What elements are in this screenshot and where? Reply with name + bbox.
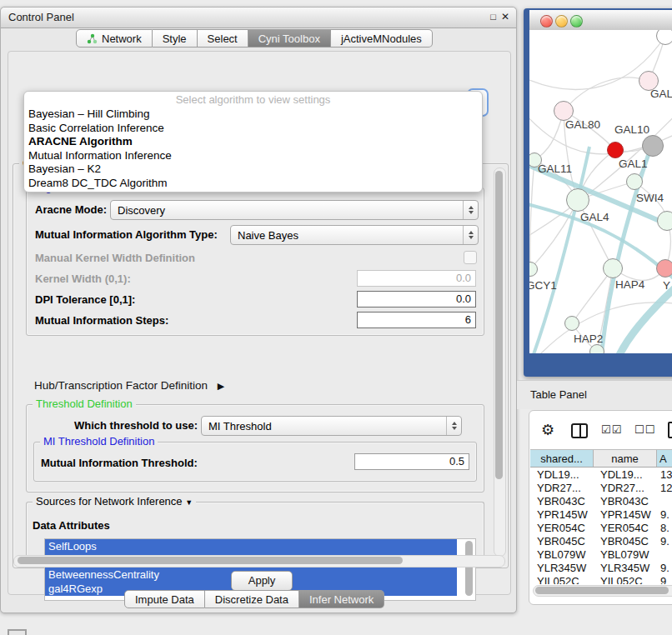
mi-algorithm-type-label: Mutual Information Algorithm Type: — [35, 228, 218, 241]
cyni-toolbox-panel: gal-filtered sif default node Select alg… — [8, 51, 511, 595]
table-row[interactable]: YIL052CYIL052C9 — [530, 575, 672, 584]
mi-threshold-definition-title: MI Threshold Definition — [40, 435, 158, 448]
network-view-window[interactable]: GAL GAL80 GAL10 GAL11 GAL1 SWI4 GAL4 GCY… — [524, 8, 672, 377]
settings-horizontal-scrollbar[interactable] — [13, 555, 505, 568]
algorithm-option[interactable]: Basic Correlation Inference — [24, 122, 482, 136]
network-node[interactable] — [656, 30, 672, 45]
network-node[interactable] — [626, 173, 643, 190]
network-node[interactable] — [589, 344, 604, 353]
table-row[interactable]: YLR345WYLR345W9. — [530, 562, 672, 575]
float-icon[interactable]: □ — [490, 12, 496, 22]
column-header-partial[interactable]: A — [657, 450, 672, 467]
network-node[interactable] — [657, 211, 672, 231]
network-node[interactable] — [656, 259, 672, 278]
table-panel-header: Table Panel — [517, 380, 672, 409]
table-row[interactable]: YBR043CYBR043C — [530, 495, 672, 508]
table-row[interactable]: YDL19...YDL19...13 — [530, 468, 672, 482]
node-label: HAP2 — [574, 332, 603, 345]
network-node[interactable] — [642, 135, 664, 157]
kernel-width-field[interactable]: 0.0 — [357, 270, 476, 287]
threshold-definition-title: Threshold Definition — [33, 398, 136, 410]
aracne-mode-combo[interactable]: Discovery — [110, 200, 479, 220]
table-row[interactable]: YBL079WYBL079W — [530, 548, 672, 562]
attribute-item-selected[interactable]: SelfLoops — [45, 539, 457, 553]
column-layout-icon[interactable] — [571, 423, 588, 438]
tab-network[interactable]: Network — [76, 29, 153, 48]
tab-discretize-data[interactable]: Discretize Data — [205, 590, 299, 608]
tab-select[interactable]: Select — [198, 29, 248, 48]
attributes-scrollbar[interactable] — [464, 541, 474, 597]
close-icon[interactable]: ✕ — [501, 11, 509, 22]
corner-widget[interactable] — [8, 629, 27, 635]
document-icon[interactable] — [668, 422, 672, 438]
column-header-shared-name[interactable]: shared... — [530, 450, 594, 467]
algorithm-dropdown-popup: Select algorithm to view settings Bayesi… — [23, 91, 483, 192]
tab-cyni-toolbox[interactable]: Cyni Toolbox — [248, 29, 331, 48]
algorithm-option[interactable]: Mutual Information Inference — [24, 149, 482, 163]
table-row[interactable]: YER054CYER054C8. — [530, 522, 672, 535]
network-icon — [87, 33, 98, 44]
control-panel-titlebar[interactable]: Control Panel □ ✕ — [1, 8, 516, 28]
mi-steps-field[interactable]: 6 — [357, 312, 476, 328]
hub-tf-definition-toggle[interactable]: Hub/Transcription Factor Definition ▶ — [34, 379, 224, 392]
tab-impute-data[interactable]: Impute Data — [124, 590, 205, 608]
table-header-row: shared... name A — [530, 449, 672, 468]
checked-boxes-icon[interactable]: ☑☑ — [601, 423, 622, 436]
node-table-window: ⚙ ☑☑ ☐☐ shared... name A YDL19...YDL19..… — [529, 410, 672, 605]
table-row[interactable]: YDR27...YDR27...12 — [530, 482, 672, 495]
node-label: Y — [663, 279, 670, 292]
table-panel-title: Table Panel — [530, 388, 587, 401]
sources-title[interactable]: Sources for Network Inference ▼ — [33, 495, 196, 508]
cyni-bottom-tabbar: Impute Data Discretize Data Infer Networ… — [124, 590, 384, 608]
node-label: SWI4 — [636, 192, 664, 204]
network-window-titlebar[interactable] — [529, 10, 672, 31]
algorithm-option[interactable]: Bayesian – Hill Climbing — [24, 108, 482, 122]
which-threshold-label: Which threshold to use: — [74, 419, 198, 432]
dpi-tolerance-field[interactable]: 0.0 — [357, 291, 476, 308]
combo-arrows-icon — [463, 201, 478, 219]
collapse-arrow-icon[interactable]: ▼ — [185, 498, 193, 507]
mi-threshold-field[interactable]: 0.5 — [354, 453, 469, 470]
tab-jactivemnodules[interactable]: jActiveMNodules — [331, 29, 433, 48]
settings-vertical-scrollbar[interactable] — [494, 168, 506, 557]
apply-button[interactable]: Apply — [231, 571, 293, 591]
network-node[interactable] — [564, 316, 579, 331]
data-attributes-label: Data Attributes — [33, 519, 110, 532]
dpi-tolerance-label: DPI Tolerance [0,1]: — [35, 293, 135, 306]
algorithm-option-selected[interactable]: ARACNE Algorithm — [24, 135, 482, 149]
tab-infer-network[interactable]: Infer Network — [299, 590, 384, 608]
control-panel-window: Control Panel □ ✕ Network Style Select C… — [0, 7, 517, 613]
which-threshold-combo[interactable]: MI Threshold — [201, 416, 462, 436]
popup-prompt: Select algorithm to view settings — [24, 93, 482, 108]
node-label: GAL11 — [538, 162, 572, 175]
gear-icon[interactable]: ⚙ — [541, 421, 554, 439]
tab-style[interactable]: Style — [153, 29, 198, 48]
aracne-mode-label: Aracne Mode: — [35, 203, 107, 216]
algorithm-option[interactable]: Bayesian – K2 — [24, 162, 482, 177]
window-title: Control Panel — [8, 11, 74, 23]
unchecked-boxes-icon[interactable]: ☐☐ — [634, 423, 655, 436]
mi-algorithm-type-combo[interactable]: Naive Bayes — [230, 225, 479, 245]
close-traffic-light[interactable] — [540, 15, 553, 28]
minimize-traffic-light[interactable] — [555, 15, 568, 28]
node-label: HAP4 — [615, 278, 644, 291]
network-node[interactable] — [603, 258, 623, 278]
node-label: GAL10 — [614, 123, 649, 136]
mi-threshold-label: Mutual Information Threshold: — [41, 457, 198, 469]
manual-kernel-width-checkbox[interactable] — [464, 251, 477, 264]
network-node-selected[interactable] — [607, 142, 624, 158]
expand-arrow-icon[interactable]: ▶ — [218, 381, 224, 391]
tab-network-label: Network — [102, 32, 142, 45]
control-panel-tabbar: Network Style Select Cyni Toolbox jActiv… — [76, 29, 433, 48]
algorithm-option[interactable]: Dream8 DC_TDC Algorithm — [24, 177, 482, 191]
manual-kernel-width-label: Manual Kernel Width Definition — [35, 252, 195, 264]
table-row[interactable]: YBR045CYBR045C9. — [530, 535, 672, 548]
table-horizontal-scrollbar[interactable] — [533, 585, 672, 597]
zoom-traffic-light[interactable] — [570, 15, 583, 28]
node-label: GAL4 — [580, 211, 609, 223]
network-node[interactable] — [566, 188, 589, 212]
column-header-name[interactable]: name — [594, 450, 657, 467]
network-canvas[interactable]: GAL GAL80 GAL10 GAL11 GAL1 SWI4 GAL4 GCY… — [529, 30, 672, 353]
table-row[interactable]: YPR145WYPR145W9. — [530, 508, 672, 522]
cyni-algorithm-settings-group: Cyni Algorithm Settings Algorithm Defini… — [13, 163, 509, 568]
